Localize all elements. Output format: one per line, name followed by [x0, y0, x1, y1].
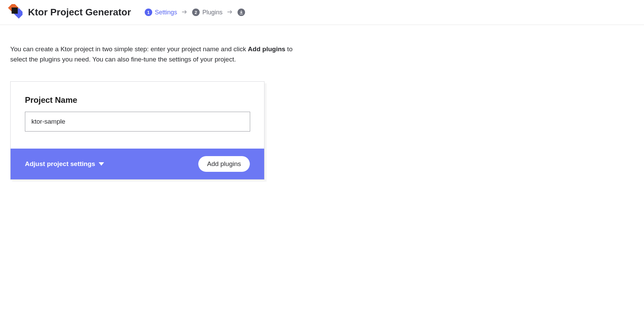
svg-rect-2	[12, 8, 18, 14]
logo-title-group: Ktor Project Generator	[6, 4, 131, 20]
arrow-right-icon	[182, 9, 187, 15]
project-name-input[interactable]	[25, 112, 250, 132]
step-label-plugins: Plugins	[202, 9, 223, 16]
intro-part1: You can create a Ktor project in two sim…	[10, 45, 248, 53]
step-label-settings: Settings	[155, 9, 177, 16]
intro-bold: Add plugins	[248, 45, 285, 53]
card-body: Project Name	[11, 82, 264, 149]
project-card: Project Name Adjust project settings Add…	[10, 81, 264, 180]
step-badge-1: 1	[145, 9, 152, 16]
app-title: Ktor Project Generator	[28, 7, 131, 18]
adjust-label: Adjust project settings	[25, 160, 95, 168]
add-plugins-button[interactable]: Add plugins	[198, 156, 250, 172]
wizard-steps: 1 Settings 2 Plugins	[145, 9, 245, 16]
app-header: Ktor Project Generator 1 Settings 2 Plug…	[0, 0, 644, 25]
chevron-down-icon	[99, 162, 104, 166]
step-plugins[interactable]: 2 Plugins	[192, 9, 223, 16]
intro-text: You can create a Ktor project in two sim…	[10, 44, 307, 65]
arrow-right-icon	[227, 9, 233, 15]
step-settings[interactable]: 1 Settings	[145, 9, 177, 16]
step-badge-2: 2	[192, 9, 200, 16]
card-footer: Adjust project settings Add plugins	[11, 149, 264, 179]
adjust-settings-toggle[interactable]: Adjust project settings	[25, 160, 104, 168]
ktor-logo-icon	[6, 4, 23, 20]
project-name-label: Project Name	[25, 95, 250, 105]
main-content: You can create a Ktor project in two sim…	[0, 25, 375, 199]
download-icon[interactable]	[238, 9, 245, 16]
